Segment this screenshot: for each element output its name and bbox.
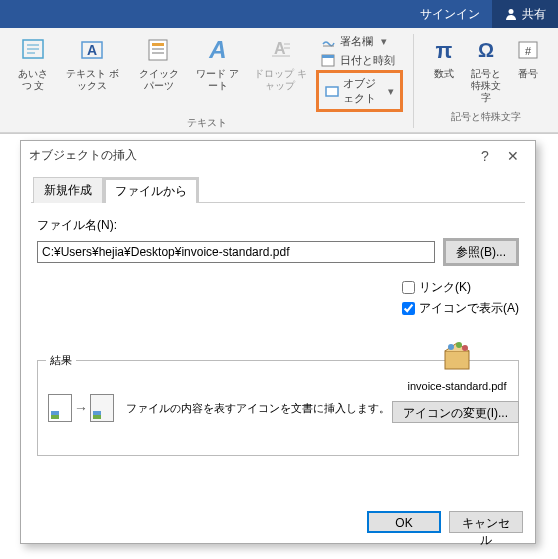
result-label: 結果	[46, 353, 76, 368]
svg-text:π: π	[436, 38, 453, 63]
textbox-icon: A	[76, 34, 108, 66]
group-text-label: テキスト	[187, 116, 227, 130]
signin-button[interactable]: サインイン	[408, 0, 492, 28]
svg-text:Ω: Ω	[478, 39, 494, 61]
svg-rect-8	[152, 43, 164, 46]
svg-rect-9	[152, 48, 164, 50]
dialog-title: オブジェクトの挿入	[29, 147, 137, 164]
svg-point-27	[462, 345, 468, 351]
calendar-icon	[320, 52, 336, 68]
group-symbol-label: 記号と特殊文字	[451, 110, 521, 124]
insert-object-dialog: オブジェクトの挿入 ? ✕ 新規作成 ファイルから ファイル名(N): 参照(B…	[20, 140, 536, 544]
svg-rect-24	[445, 351, 469, 369]
symbol-button[interactable]: Ω 記号と 特殊文字	[466, 32, 506, 106]
filename-label: ファイル名(N):	[37, 217, 519, 234]
object-button[interactable]: オブジェクト▾	[316, 70, 403, 112]
show-as-icon-checkbox[interactable]: アイコンで表示(A)	[402, 300, 519, 317]
signature-icon	[320, 33, 336, 49]
equation-button[interactable]: π 数式	[424, 32, 464, 82]
greeting-button[interactable]: あいさつ 文	[10, 32, 56, 94]
wordart-button[interactable]: A ワード アート	[191, 32, 244, 94]
object-icon	[325, 83, 339, 99]
number-icon: #	[512, 34, 544, 66]
textbox-button[interactable]: A テキスト ボックス	[58, 32, 126, 94]
help-button[interactable]: ?	[471, 148, 499, 164]
datetime-button[interactable]: 日付と時刻	[316, 51, 403, 69]
dropdown-icon: ▾	[388, 85, 394, 98]
quickparts-icon	[143, 34, 175, 66]
dropcap-button[interactable]: A ドロップ キャップ	[246, 32, 314, 94]
cancel-button[interactable]: キャンセル	[449, 511, 523, 533]
dropdown-icon: ▾	[381, 35, 387, 48]
svg-text:#: #	[525, 45, 532, 57]
ok-button[interactable]: OK	[367, 511, 441, 533]
quickparts-button[interactable]: クイック パーツ	[128, 32, 189, 94]
svg-rect-10	[152, 52, 164, 54]
browse-button[interactable]: 参照(B)...	[443, 238, 519, 266]
omega-icon: Ω	[470, 34, 502, 66]
close-button[interactable]: ✕	[499, 148, 527, 164]
wordart-icon: A	[202, 34, 234, 66]
change-icon-button[interactable]: アイコンの変更(I)...	[392, 401, 519, 423]
svg-point-0	[509, 9, 514, 14]
package-icon	[437, 335, 477, 375]
svg-point-25	[448, 344, 454, 350]
icon-preview: invoice-standard.pdf	[397, 335, 517, 393]
result-icons: →	[48, 394, 114, 422]
svg-text:A: A	[208, 36, 226, 63]
greeting-icon	[17, 34, 49, 66]
person-icon	[504, 7, 518, 21]
number-button[interactable]: # 番号	[508, 32, 548, 82]
svg-text:A: A	[87, 42, 97, 58]
link-checkbox[interactable]: リンク(K)	[402, 279, 519, 296]
svg-rect-18	[322, 55, 334, 58]
dropcap-icon: A	[264, 34, 296, 66]
svg-point-26	[456, 342, 462, 348]
signature-button[interactable]: 署名欄▾	[316, 32, 403, 50]
svg-rect-19	[326, 87, 338, 96]
pi-icon: π	[428, 34, 460, 66]
filename-input[interactable]	[37, 241, 435, 263]
result-text: ファイルの内容を表すアイコンを文書に挿入します。	[126, 400, 390, 417]
share-button[interactable]: 共有	[492, 0, 558, 28]
tab-file[interactable]: ファイルから	[103, 177, 199, 203]
tab-new[interactable]: 新規作成	[33, 177, 103, 203]
